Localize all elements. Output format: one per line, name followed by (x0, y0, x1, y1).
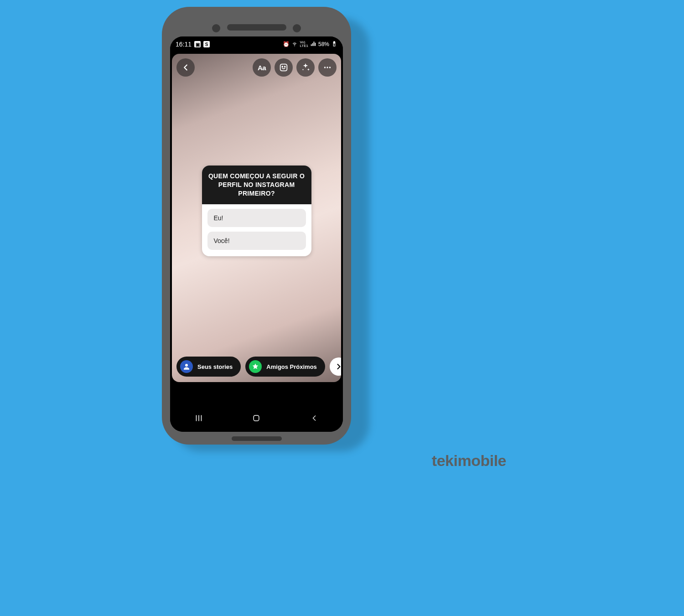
back-nav-button[interactable] (309, 413, 320, 424)
speaker-top (227, 24, 286, 31)
gallery-notif-icon: ▣ (194, 41, 201, 47)
sticker-button[interactable] (275, 58, 293, 77)
sparkle-icon (301, 62, 311, 72)
volte-icon: Vo)LTE1 (300, 41, 308, 48)
close-friends-button[interactable]: Amigos Próximos (245, 357, 325, 377)
home-nav-button[interactable] (251, 413, 262, 424)
svg-rect-0 (280, 64, 287, 71)
sticker-icon (279, 62, 289, 72)
quiz-sticker[interactable]: QUEM COMEÇOU A SEGUIR O PERFIL NO INSTAG… (202, 166, 311, 256)
home-icon (252, 414, 261, 423)
next-button[interactable] (330, 357, 341, 376)
star-badge-icon (249, 360, 262, 373)
recents-nav-button[interactable] (193, 413, 204, 424)
battery-percent: 58% (318, 41, 329, 47)
svg-point-3 (324, 67, 326, 68)
watermark: tekimobile (432, 452, 506, 470)
phone-screen: 16:11 ▣ S ⏰ Vo)LTE1 58% (170, 36, 343, 432)
close-friends-label: Amigos Próximos (266, 363, 317, 370)
system-nav-bar (170, 413, 343, 424)
speaker-bottom (232, 436, 282, 441)
story-editor-canvas[interactable]: Aa QUEM COMEÇOU (172, 54, 341, 382)
svg-point-6 (185, 364, 188, 367)
quiz-option-b[interactable]: Você! (207, 232, 306, 250)
sensor-right (293, 24, 301, 32)
your-stories-button[interactable]: Seus stories (176, 357, 241, 377)
recents-icon (194, 413, 204, 423)
bottom-area (170, 384, 343, 432)
more-options-button[interactable] (318, 58, 337, 77)
effects-button[interactable] (296, 58, 315, 77)
text-tool-label: Aa (258, 64, 266, 72)
chevron-left-icon (181, 62, 191, 72)
signal-icon (310, 41, 316, 48)
quiz-option-a[interactable]: Eu! (207, 209, 306, 227)
your-stories-label: Seus stories (197, 363, 233, 370)
sensor-left (212, 24, 220, 32)
more-horizontal-icon (322, 62, 332, 72)
status-bar: 16:11 ▣ S ⏰ Vo)LTE1 58% (170, 36, 343, 52)
svg-point-1 (282, 66, 283, 67)
chevron-right-icon (334, 362, 341, 371)
back-icon (310, 414, 319, 423)
alarm-icon: ⏰ (283, 41, 290, 47)
share-destination-row: Seus stories Amigos Próximos (176, 357, 337, 377)
app-notif-icon: S (203, 41, 210, 47)
back-button[interactable] (176, 58, 195, 77)
svg-point-4 (326, 67, 328, 68)
quiz-question[interactable]: QUEM COMEÇOU A SEGUIR O PERFIL NO INSTAG… (202, 166, 311, 204)
svg-rect-10 (254, 415, 259, 421)
svg-point-2 (285, 66, 285, 67)
text-tool-button[interactable]: Aa (253, 58, 271, 77)
phone-frame: 16:11 ▣ S ⏰ Vo)LTE1 58% (162, 7, 351, 445)
svg-point-5 (329, 67, 331, 68)
status-time: 16:11 (176, 41, 192, 48)
avatar-icon (180, 360, 193, 373)
wifi-icon (291, 41, 298, 48)
battery-icon (331, 41, 337, 48)
